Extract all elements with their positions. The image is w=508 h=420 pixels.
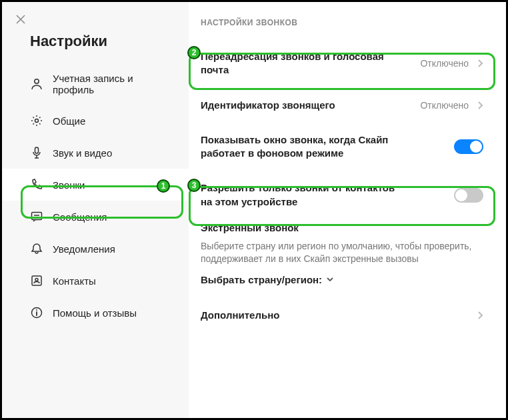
info-icon	[30, 306, 43, 319]
sidebar-item-label: Общие	[53, 115, 85, 127]
svg-point-5	[35, 279, 38, 281]
picker-label: Выбрать страну/регион:	[201, 274, 322, 285]
close-icon	[15, 14, 26, 25]
row-status: Отключено	[420, 58, 469, 69]
toggle-show-call-window[interactable]	[454, 139, 483, 154]
chat-icon	[30, 210, 43, 223]
row-contacts-only: Разрешить только звонки от контактов на …	[194, 171, 490, 219]
chevron-right-icon	[477, 59, 483, 68]
settings-sidebar: Настройки Учетная запись и профиль Общие…	[2, 2, 189, 418]
contacts-icon	[30, 274, 43, 287]
emergency-heading: Экстренный звонок	[201, 222, 483, 233]
settings-content: НАСТРОЙКИ ЗВОНКОВ Переадресация звонков …	[189, 2, 506, 418]
sidebar-item-audio-video[interactable]: Звук и видео	[2, 137, 189, 169]
sidebar-item-general[interactable]: Общие	[2, 105, 189, 137]
microphone-icon	[30, 146, 43, 159]
emergency-desc: Выберите страну или регион по умолчанию,…	[201, 240, 483, 266]
toggle-contacts-only[interactable]	[454, 188, 483, 203]
sidebar-item-label: Учетная запись и профиль	[53, 73, 175, 95]
chevron-right-icon	[477, 311, 483, 320]
sidebar-item-label: Контакты	[53, 275, 96, 287]
row-label: Дополнительно	[201, 309, 279, 322]
sidebar-item-contacts[interactable]: Контакты	[2, 265, 189, 297]
row-label: Разрешить только звонки от контактов на …	[201, 181, 401, 209]
row-label: Идентификатор звонящего	[201, 99, 335, 112]
sidebar-item-messaging[interactable]: Сообщения	[2, 201, 189, 233]
svg-point-1	[35, 119, 39, 123]
row-show-call-window: Показывать окно звонка, когда Скайп рабо…	[194, 123, 490, 171]
chevron-right-icon	[477, 101, 483, 110]
sidebar-item-label: Звук и видео	[53, 147, 112, 159]
row-caller-id[interactable]: Идентификатор звонящего Отключено	[194, 88, 490, 123]
chevron-down-icon	[326, 276, 334, 283]
sidebar-item-label: Уведомления	[53, 243, 115, 255]
row-advanced[interactable]: Дополнительно	[194, 298, 490, 333]
bell-icon	[30, 242, 43, 255]
annotation-badge-3: 3	[187, 179, 201, 192]
sidebar-item-label: Сообщения	[53, 211, 107, 223]
svg-point-0	[35, 79, 39, 83]
gear-icon	[30, 114, 43, 127]
close-button[interactable]	[2, 10, 189, 26]
sidebar-item-label: Помощь и отзывы	[53, 307, 137, 319]
emergency-block: Экстренный звонок Выберите страну или ре…	[194, 219, 490, 298]
svg-rect-3	[32, 213, 42, 220]
phone-icon	[30, 178, 43, 191]
section-title: НАСТРОЙКИ ЗВОНКОВ	[194, 18, 490, 39]
sidebar-item-help[interactable]: Помощь и отзывы	[2, 297, 189, 329]
annotation-badge-2: 2	[187, 46, 201, 59]
row-call-forwarding[interactable]: Переадресация звонков и голосовая почта …	[194, 39, 490, 88]
settings-title: Настройки	[2, 26, 189, 63]
country-picker[interactable]: Выбрать страну/регион:	[201, 274, 334, 285]
annotation-badge-1: 1	[157, 179, 170, 193]
sidebar-item-notifications[interactable]: Уведомления	[2, 233, 189, 265]
row-label: Показывать окно звонка, когда Скайп рабо…	[201, 133, 401, 161]
row-status: Отключено	[420, 100, 469, 111]
row-label: Переадресация звонков и голосовая почта	[201, 50, 401, 77]
account-icon	[30, 77, 43, 91]
svg-rect-2	[35, 147, 39, 153]
sidebar-item-label: Звонки	[53, 179, 85, 191]
sidebar-item-account[interactable]: Учетная запись и профиль	[2, 63, 189, 105]
